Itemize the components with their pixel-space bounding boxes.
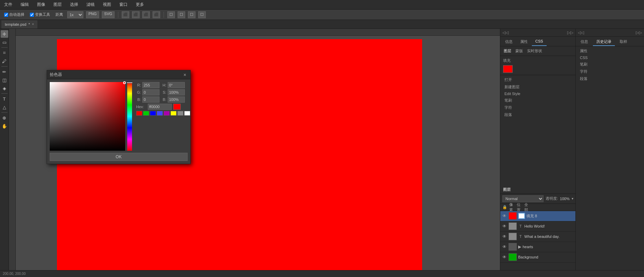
panel2-collapse-right[interactable]: ▷▷ [635,30,643,36]
right-panel-1: ◁◁ ▷▷ 信息 属性 CSS 图层 蒙版 实时形状 填充 打开 新建图层 Ed… [500,29,575,277]
gradient-cursor [123,81,126,84]
layer-item-hearts[interactable]: 👁 ▶ hearts [500,242,575,252]
layer-eye-hello[interactable]: 👁 [502,223,507,229]
sub-nav-layer[interactable]: 图层 [502,48,513,54]
tab-filename: template.psd [5,22,26,26]
right-spacer [500,119,575,186]
swatch-gray[interactable] [177,111,183,116]
distribute-icon[interactable]: ⬛ [153,11,160,18]
opacity-dropdown-icon[interactable]: ▾ [572,197,573,200]
erase-tool[interactable]: ◫ [1,76,8,84]
menu-edit[interactable]: 编辑 [19,1,30,8]
menu-select[interactable]: 选择 [69,1,80,8]
tab-properties[interactable]: 属性 [517,38,531,46]
zoom-select[interactable]: 1x2x0.5x [67,11,83,18]
color-gradient-square[interactable] [50,82,125,151]
layer-eye-fill8[interactable]: 👁 [502,213,507,219]
hex-input[interactable] [148,104,172,110]
zoom-tool[interactable]: ⊕ [1,114,8,122]
align-right-icon[interactable]: ⬛ [142,11,150,18]
hex-label: Hex: [136,105,146,109]
menu-file[interactable]: 文件 [3,1,14,8]
crop-icon[interactable]: ☐ [167,11,175,18]
tab2-sample[interactable]: 取样 [616,38,631,46]
align-center-icon[interactable]: ⬛ [132,11,140,18]
transform-icon[interactable]: ☐ [178,11,185,18]
action-paragraph[interactable]: 段落 [503,112,573,118]
sub-nav-shape[interactable]: 实时形状 [526,48,544,54]
menu-image[interactable]: 图像 [36,1,47,8]
b-input[interactable] [142,96,159,103]
fill-tool[interactable]: ◈ [1,84,8,92]
menu-window[interactable]: 窗口 [118,1,129,8]
br-input[interactable] [168,96,185,103]
menu-layer[interactable]: 图层 [52,1,63,8]
swatches-row [136,111,190,116]
panel2-collapse-left[interactable]: ◁◁ [577,30,585,36]
layer-name-fill8: 填充 8 [526,213,574,219]
action-open[interactable]: 打开 [503,77,573,83]
menu-view[interactable]: 视图 [102,1,112,8]
swatch-green[interactable] [143,111,149,116]
svg-btn[interactable]: SVG [102,11,115,18]
swatch-yellow[interactable] [170,111,177,116]
blend-mode-select[interactable]: Normal Multiply Screen Overlay [502,195,544,202]
g-input[interactable] [142,89,159,95]
text-tool[interactable]: T [1,95,8,103]
shape-tool[interactable]: △ [1,103,8,111]
layer-item-fill8[interactable]: 👁 填充 8 [500,211,575,221]
right2-action-4: 字符 [579,68,641,75]
tab2-info[interactable]: 信息 [577,38,592,46]
hand-tool[interactable]: ✋ [1,122,8,130]
dialog-close-btn[interactable]: × [182,72,188,78]
layer-item-hello[interactable]: 👁 T Hello World! [500,221,575,232]
lock-position-btn[interactable]: 位置 [517,205,522,210]
layer-eye-beautiful[interactable]: 👁 [502,234,507,239]
tab2-history[interactable]: 历史记录 [593,38,615,46]
auto-select-toggle[interactable]: 自动选择 [3,11,26,18]
eyedropper-tool[interactable]: 🖊 [1,57,8,65]
action-brush[interactable]: 笔刷 [503,97,573,104]
swatch-blue2[interactable] [157,111,163,116]
panel-collapse-right[interactable]: ▷▷ [567,30,574,36]
menu-more[interactable]: 更多 [134,1,145,8]
swatch-blue[interactable] [150,111,156,116]
select-tool[interactable]: ▭ [1,38,8,46]
png-btn[interactable]: PNG [86,11,99,18]
h-input[interactable] [168,82,185,88]
canvas-area[interactable]: 拾色器 × [9,29,500,277]
brush-tool[interactable]: ✏ [1,68,8,76]
panel-collapse-left[interactable]: ◁◁ [502,30,509,36]
warp-icon[interactable]: ☐ [188,11,195,18]
move-tool[interactable]: ✛ [1,30,8,38]
swatch-red[interactable] [136,111,142,116]
swatch-white[interactable] [184,111,190,116]
layer-eye-hearts[interactable]: 👁 [502,244,507,250]
layer-eye-background[interactable]: 👁 [502,254,507,260]
swatch-purple[interactable] [164,111,170,116]
tab-info[interactable]: 信息 [502,38,516,46]
b-input-row: B: [136,96,159,103]
transform-toggle[interactable]: 变换工具 [28,11,51,18]
tab-css[interactable]: CSS [532,38,547,46]
lock-all-btn[interactable]: 全部 [524,205,530,210]
s-input-row: S: [162,89,185,95]
menu-filter[interactable]: 滤镜 [85,1,96,8]
fill-color-swatch[interactable] [503,65,513,73]
sub-nav-mask[interactable]: 蒙版 [514,48,524,54]
r-input[interactable] [142,82,159,88]
s-input[interactable] [168,89,185,95]
lock-pixels-btn[interactable]: 像素 [509,205,515,210]
ok-button[interactable]: OK [50,153,188,161]
tab-close-btn[interactable]: × [32,22,34,26]
layer-item-background[interactable]: 👁 Background [500,252,575,263]
crop-tool[interactable]: ⌗ [1,49,8,57]
action-edit-style[interactable]: Edit Style [503,91,573,96]
hue-strip[interactable] [127,82,132,151]
action-new-layer[interactable]: 新建图层 [503,84,573,90]
action-character[interactable]: 字符 [503,104,573,111]
layer-item-beautiful[interactable]: 👁 T What a beautiful day. [500,232,575,242]
tab-template[interactable]: template.psd * × [1,20,38,28]
flip-icon[interactable]: ☐ [198,11,206,18]
align-left-icon[interactable]: ⬛ [122,11,129,18]
